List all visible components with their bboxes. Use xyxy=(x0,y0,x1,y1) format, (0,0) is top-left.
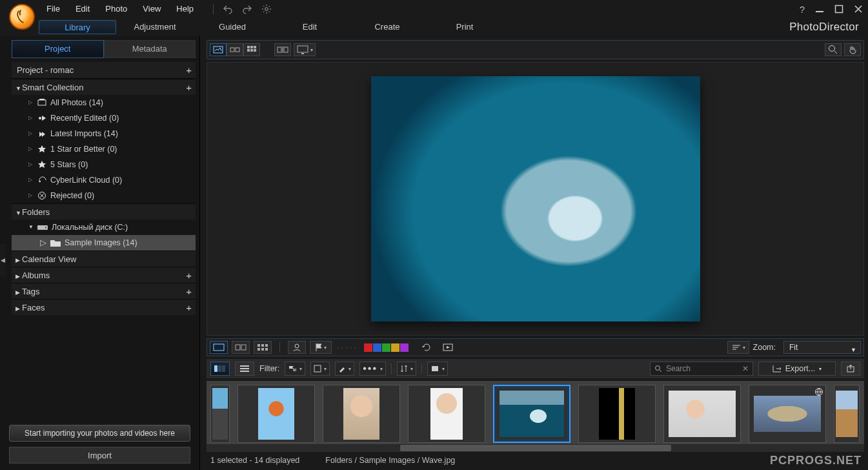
menu-view[interactable]: View xyxy=(135,0,168,18)
clear-search-icon[interactable]: ✕ xyxy=(742,364,749,373)
tab-edit[interactable]: Edit xyxy=(271,20,348,34)
zoom-dropdown[interactable]: Fit▼ xyxy=(783,341,861,354)
layout-list-icon[interactable] xyxy=(235,362,254,376)
thumb-4[interactable] xyxy=(408,385,485,443)
color-swatch[interactable] xyxy=(364,343,372,352)
browser-single-icon[interactable] xyxy=(210,341,228,354)
gear-icon[interactable] xyxy=(261,4,272,14)
menu-file[interactable]: File xyxy=(39,0,68,18)
svg-rect-1 xyxy=(816,11,823,12)
thumb-1[interactable] xyxy=(210,385,230,443)
folder-drive[interactable]: ▼ Локальный диск (C:) xyxy=(12,220,196,235)
tab-adjustment[interactable]: Adjustment xyxy=(116,20,194,34)
add-face-icon[interactable]: + xyxy=(186,300,192,316)
viewer-stage[interactable] xyxy=(207,62,864,336)
undo-icon[interactable] xyxy=(223,4,233,14)
pan-tool-icon[interactable] xyxy=(844,43,861,56)
redo-icon[interactable] xyxy=(242,4,252,14)
left-tab-metadata[interactable]: Metadata xyxy=(104,40,196,58)
smart-collection-item[interactable]: ▷1 Star or Better (0) xyxy=(12,141,196,157)
filmstrip-scrollbar[interactable] xyxy=(207,444,864,452)
left-tab-project[interactable]: Project xyxy=(12,40,104,58)
export-button[interactable]: Export...▾ xyxy=(758,362,836,376)
svg-point-39 xyxy=(656,366,660,371)
browser-compare-icon[interactable] xyxy=(232,341,250,354)
maximize-icon[interactable] xyxy=(834,5,843,14)
right-area: ▾ ▾ ····· ▾ Zoom: Fit▼ xyxy=(200,36,868,470)
zoom-tool-icon[interactable] xyxy=(825,43,842,56)
color-swatch[interactable] xyxy=(382,343,390,352)
tab-print[interactable]: Print xyxy=(426,20,503,34)
import-tooltip: Start importing your photos and videos h… xyxy=(9,425,190,442)
filter-more-dropdown[interactable]: •••▾ xyxy=(359,362,386,376)
filter-edit-dropdown[interactable]: ▾ xyxy=(335,362,354,376)
color-swatch[interactable] xyxy=(391,343,399,352)
thumb-6[interactable] xyxy=(578,385,656,443)
face-tag-icon[interactable] xyxy=(288,341,306,354)
share-icon[interactable] xyxy=(841,362,860,376)
rating-stars[interactable]: ····· xyxy=(336,344,360,351)
smart-collection-item[interactable]: ▷Rejected (0) xyxy=(12,188,196,203)
layout-filmstrip-icon[interactable] xyxy=(210,362,230,376)
thumb-5-selected[interactable] xyxy=(493,385,570,443)
thumb-9[interactable] xyxy=(834,385,860,443)
search-input[interactable]: Search ✕ xyxy=(650,362,753,376)
collection-icon xyxy=(37,191,46,200)
add-album-icon[interactable]: + xyxy=(186,267,192,283)
help-icon[interactable]: ? xyxy=(800,4,805,15)
add-tag-icon[interactable]: + xyxy=(186,283,192,300)
close-icon[interactable] xyxy=(854,5,863,14)
thumb-7[interactable] xyxy=(663,385,741,443)
color-labels[interactable] xyxy=(364,343,409,352)
menu-help[interactable]: Help xyxy=(168,0,201,18)
view-grid-icon[interactable] xyxy=(243,43,260,56)
view-side-icon[interactable] xyxy=(227,43,243,56)
collapse-handle[interactable]: ◀ xyxy=(0,244,6,276)
smart-collection-item[interactable]: ▷CyberLink Cloud (0) xyxy=(12,172,196,188)
section-folders[interactable]: ▼Folders xyxy=(12,203,196,220)
smart-collection-item[interactable]: ▷Recently Edited (0) xyxy=(12,110,196,126)
add-project-icon[interactable]: + xyxy=(186,62,192,79)
section-faces[interactable]: ▶Faces+ xyxy=(12,299,196,315)
stack-dropdown[interactable]: ▾ xyxy=(427,362,448,376)
view-single-icon[interactable] xyxy=(210,43,227,56)
menu-edit[interactable]: Edit xyxy=(68,0,97,18)
section-tags[interactable]: ▶Tags+ xyxy=(12,283,196,299)
smart-collection-item[interactable]: ▷Latest Imports (14) xyxy=(12,126,196,141)
folder-selected[interactable]: ▷ Sample Images (14) xyxy=(12,235,196,250)
color-swatch[interactable] xyxy=(400,343,409,352)
watermark: PCPROGS.NET xyxy=(770,454,862,467)
filter-flag-dropdown[interactable]: ▾ xyxy=(285,362,305,376)
import-button[interactable]: Import xyxy=(9,447,190,464)
secondary-display-icon[interactable]: ▾ xyxy=(294,43,316,56)
tab-library[interactable]: Library xyxy=(39,20,116,34)
separator xyxy=(279,342,280,352)
smart-collection-item[interactable]: ▷5 Stars (0) xyxy=(12,157,196,172)
browser-multi-icon[interactable] xyxy=(254,341,272,354)
add-smart-collection-icon[interactable]: + xyxy=(186,79,192,96)
svg-rect-3 xyxy=(38,100,46,105)
mirror-icon[interactable] xyxy=(274,43,291,56)
collection-icon xyxy=(37,129,46,138)
thumb-3[interactable] xyxy=(323,385,400,443)
rotate-icon[interactable] xyxy=(418,341,436,354)
flag-icon[interactable]: ▾ xyxy=(310,341,332,354)
collection-icon xyxy=(37,98,46,107)
filter-label-dropdown[interactable]: ▾ xyxy=(310,362,330,376)
svg-rect-36 xyxy=(222,365,225,372)
tab-guided[interactable]: Guided xyxy=(194,20,271,34)
color-swatch[interactable] xyxy=(373,343,381,352)
menu-bar: File Edit Photo View Help ? xyxy=(0,0,868,18)
minimize-icon[interactable] xyxy=(815,5,824,14)
sort-icon[interactable]: ▾ xyxy=(727,341,749,354)
sort-order-dropdown[interactable]: ▾ xyxy=(397,362,416,376)
tab-create[interactable]: Create xyxy=(348,20,426,34)
section-albums[interactable]: ▶Albums+ xyxy=(12,267,196,283)
section-smart-collection[interactable]: ▼Smart Collection + xyxy=(12,79,196,95)
menu-photo[interactable]: Photo xyxy=(97,0,135,18)
smart-collection-item[interactable]: ▷All Photos (14) xyxy=(12,95,196,110)
section-calendar[interactable]: ▶Calendar View xyxy=(12,250,196,267)
slideshow-icon[interactable] xyxy=(439,341,458,354)
thumb-2[interactable] xyxy=(237,385,315,443)
thumb-8[interactable] xyxy=(749,385,826,443)
